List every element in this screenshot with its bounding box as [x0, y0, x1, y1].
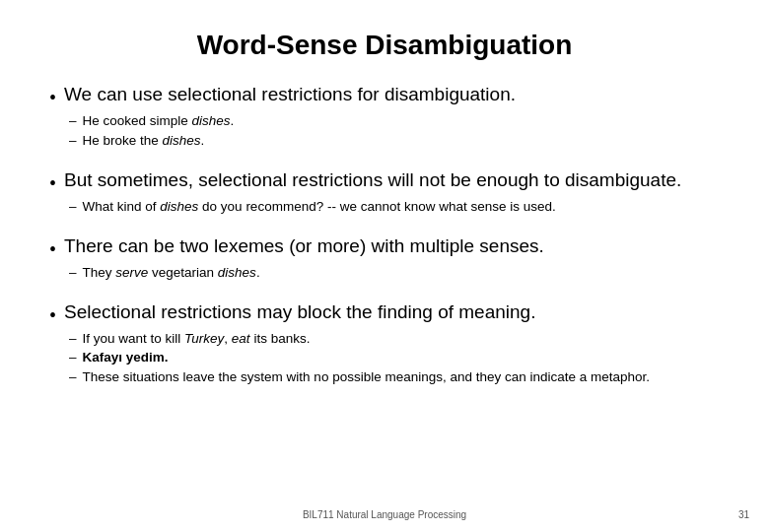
sub-text-4a: If you want to kill Turkey, eat its bank…: [83, 330, 720, 349]
slide-title: Word-Sense Disambiguation: [49, 30, 720, 61]
bullet-2: • But sometimes, selectional restriction…: [49, 168, 720, 196]
bullet-text-3: There can be two lexemes (or more) with …: [64, 234, 544, 259]
sub-bullets-4: – If you want to kill Turkey, eat its ba…: [69, 330, 720, 388]
sub-bullets-2: – What kind of dishes do you recommend? …: [69, 198, 720, 217]
sub-bullets-1: – He cooked simple dishes. – He broke th…: [69, 112, 720, 151]
bullet-3: • There can be two lexemes (or more) wit…: [49, 234, 720, 262]
sub-text-4c: These situations leave the system with n…: [83, 368, 720, 387]
sub-text-1a: He cooked simple dishes.: [83, 112, 720, 131]
sub-bullet-2a: – What kind of dishes do you recommend? …: [69, 198, 720, 217]
bullet-4: • Selectional restrictions may block the…: [49, 300, 720, 328]
dash-3a: –: [69, 264, 77, 283]
sub-bullet-1a: – He cooked simple dishes.: [69, 112, 720, 131]
sub-bullet-4b: – Kafayı yedim.: [69, 349, 720, 367]
bullet-1: • We can use selectional restrictions fo…: [49, 83, 720, 110]
bullet-text-4: Selectional restrictions may block the f…: [64, 300, 535, 325]
footer: BIL711 Natural Language Processing: [0, 509, 769, 520]
sub-bullets-3: – They serve vegetarian dishes.: [69, 264, 720, 283]
section-3: • There can be two lexemes (or more) wit…: [49, 234, 720, 287]
section-1: • We can use selectional restrictions fo…: [49, 83, 720, 155]
dash-4c: –: [69, 368, 77, 387]
dash-1b: –: [69, 132, 77, 151]
bullet-dot-4: •: [49, 302, 56, 328]
sub-text-1b: He broke the dishes.: [83, 132, 720, 151]
content-area: • We can use selectional restrictions fo…: [49, 83, 720, 493]
sub-text-2a: What kind of dishes do you recommend? --…: [83, 198, 720, 217]
dash-4b: –: [69, 349, 77, 367]
footer-page-number: 31: [738, 509, 749, 520]
bullet-text-2: But sometimes, selectional restrictions …: [64, 168, 681, 193]
sub-text-4b: Kafayı yedim.: [83, 349, 720, 367]
section-4: • Selectional restrictions may block the…: [49, 300, 720, 392]
bullet-text-1: We can use selectional restrictions for …: [64, 83, 516, 107]
sub-bullet-3a: – They serve vegetarian dishes.: [69, 264, 720, 283]
sub-text-3a: They serve vegetarian dishes.: [83, 264, 720, 283]
dash-1a: –: [69, 112, 77, 131]
section-2: • But sometimes, selectional restriction…: [49, 168, 720, 221]
slide: Word-Sense Disambiguation • We can use s…: [0, 0, 769, 532]
sub-bullet-1b: – He broke the dishes.: [69, 132, 720, 151]
bullet-dot-1: •: [49, 85, 56, 110]
footer-center-text: BIL711 Natural Language Processing: [303, 509, 466, 520]
sub-bullet-4a: – If you want to kill Turkey, eat its ba…: [69, 330, 720, 349]
dash-2a: –: [69, 198, 77, 217]
bullet-dot-2: •: [49, 170, 56, 196]
bullet-dot-3: •: [49, 236, 56, 262]
sub-bullet-4c: – These situations leave the system with…: [69, 368, 720, 387]
dash-4a: –: [69, 330, 77, 349]
